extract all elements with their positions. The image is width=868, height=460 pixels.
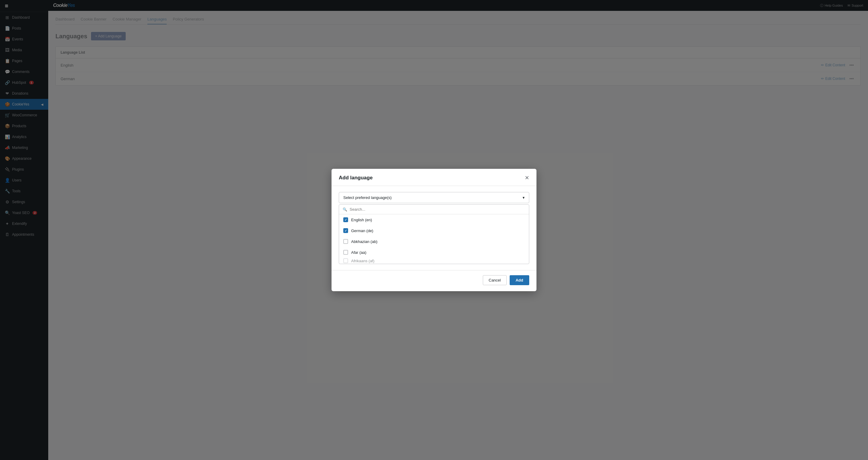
checkbox-aa[interactable]: [343, 250, 348, 255]
modal-footer: Cancel Add: [332, 270, 536, 291]
search-input[interactable]: [350, 207, 525, 212]
modal-title: Add language: [339, 175, 373, 181]
cancel-button[interactable]: Cancel: [483, 275, 506, 285]
chevron-down-icon: ▾: [523, 195, 525, 200]
checkbox-en[interactable]: [343, 217, 348, 222]
option-label-en: English (en): [351, 218, 372, 222]
modal-close-button[interactable]: ✕: [525, 175, 529, 181]
modal-overlay[interactable]: Add language ✕ Select prefered language(…: [0, 0, 868, 460]
language-option-af[interactable]: Afrikaans (af): [339, 258, 529, 264]
option-label-de: German (de): [351, 228, 373, 233]
add-language-modal: Add language ✕ Select prefered language(…: [332, 169, 536, 291]
language-option-en[interactable]: English (en): [339, 214, 529, 225]
language-option-ab[interactable]: Abkhazian (ab): [339, 236, 529, 247]
language-option-aa[interactable]: Afar (aa): [339, 247, 529, 258]
language-dropdown-panel: 🔍 English (en) German (de) Abkhazian (ab…: [339, 204, 529, 264]
modal-body: Select prefered language(s) ▾ 🔍 English …: [332, 186, 536, 270]
checkbox-af[interactable]: [343, 258, 348, 263]
checkbox-ab[interactable]: [343, 239, 348, 244]
search-icon: 🔍: [343, 207, 347, 212]
add-button[interactable]: Add: [510, 275, 529, 285]
language-option-de[interactable]: German (de): [339, 225, 529, 236]
checkbox-de[interactable]: [343, 228, 348, 233]
option-label-aa: Afar (aa): [351, 250, 367, 255]
option-label-ab: Abkhazian (ab): [351, 239, 377, 244]
language-select-trigger[interactable]: Select prefered language(s) ▾: [339, 192, 529, 203]
dropdown-search-area: 🔍: [339, 205, 529, 214]
modal-header: Add language ✕: [332, 169, 536, 186]
option-label-af: Afrikaans (af): [351, 258, 374, 263]
dropdown-options-list: English (en) German (de) Abkhazian (ab) …: [339, 214, 529, 264]
